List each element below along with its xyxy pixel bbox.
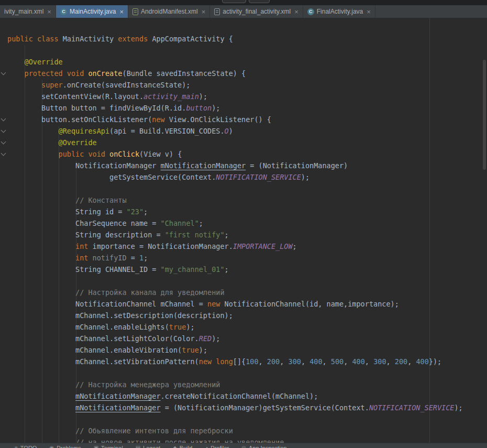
code-token: mChannel.enableLights( [7, 323, 169, 331]
code-token: 300 [289, 357, 301, 366]
code-token: // Настройка канала для уведомлений [7, 288, 225, 297]
build-icon: ◆ [173, 445, 177, 448]
scrollbar-thumb[interactable] [483, 60, 486, 170]
code-line[interactable]: getSystemService(Context.NOTIFICATION_SE… [7, 171, 487, 183]
close-icon[interactable]: × [119, 8, 124, 15]
code-token: activity_main [143, 92, 199, 101]
code-line[interactable]: NotificationChannel mChannel = new Notif… [7, 298, 487, 310]
code-line[interactable]: protected void onCreate(Bundle savedInst… [7, 68, 487, 79]
tab-androidmanifest-xml[interactable]: AndroidManifest.xml× [128, 5, 210, 18]
code-token: mChannel.setDescription(description); [7, 311, 233, 320]
tab-ivity-main-xml[interactable]: ivity_main.xml× [0, 5, 56, 18]
code-line[interactable]: Button button = findViewById(R.id.button… [7, 102, 487, 114]
statusbar-item-label: App Inspection [249, 445, 287, 448]
code-token: "my_channel_01" [161, 265, 225, 274]
code-token: 500 [331, 357, 344, 366]
close-icon[interactable]: × [47, 8, 51, 15]
code-token: = [127, 254, 139, 262]
code-token: , [259, 357, 267, 366]
titlebar-button[interactable] [222, 0, 246, 3]
code-line[interactable] [7, 275, 487, 287]
statusbar-item-app-inspection[interactable]: ◎App Inspection [241, 445, 287, 448]
code-line[interactable]: // Настройка менеджера уведомлений [7, 379, 487, 390]
code-line[interactable]: public void onClick(View v) { [7, 148, 487, 160]
code-token: 400 [416, 357, 428, 366]
close-icon[interactable]: × [367, 8, 371, 15]
code-token [7, 392, 75, 400]
code-line[interactable] [7, 45, 487, 56]
statusbar-item-logcat[interactable]: ▤Logcat [136, 445, 160, 448]
code-line[interactable]: mNotificationManager = (NotificationMana… [7, 402, 487, 413]
code-line[interactable]: setContentView(R.layout.activity_main); [7, 91, 487, 102]
code-line[interactable]: int importance = NotificationManager.IMP… [7, 241, 487, 252]
code-line[interactable]: mChannel.setVibrationPattern(new long[]{… [7, 356, 487, 367]
tab-finalactivity-java[interactable]: CFinalActivity.java× [303, 5, 375, 18]
code-line[interactable]: @Override [7, 137, 487, 148]
code-line[interactable]: super.onCreate(savedInstanceState); [7, 79, 487, 91]
code-line[interactable]: NotificationManager mNotificationManager… [7, 160, 487, 171]
code-token: protected [7, 69, 63, 78]
code-token: , [386, 357, 395, 366]
editor[interactable]: public class MainActivity extends AppCom… [0, 18, 487, 443]
android-studio-window: ivity_main.xml×CMainActivity.java×Androi… [0, 0, 487, 448]
code-line[interactable]: @Override [7, 56, 487, 68]
code-token: true [182, 346, 199, 354]
code-line[interactable]: int notifyID = 1; [7, 252, 487, 264]
code-line[interactable]: mChannel.enableLights(true); [7, 321, 487, 333]
code-line[interactable] [7, 183, 487, 194]
code-token: @Override [7, 138, 97, 147]
code-token: mNotificationManager [75, 403, 161, 412]
code-line[interactable]: public class MainActivity extends AppCom… [7, 33, 487, 45]
code-token: void [88, 150, 105, 158]
code-line[interactable]: @RequiresApi(api = Build.VERSION_CODES.O… [7, 125, 487, 137]
statusbar-item-todo[interactable]: ≡TODO [15, 445, 37, 448]
code-token: (api = Build.VERSION_CODES. [109, 127, 224, 135]
code-line[interactable]: // на новое активити после нажатия на ув… [7, 436, 487, 443]
statusbar-item-build[interactable]: ◆Build [173, 445, 192, 448]
terminal-icon: ▣ [94, 445, 98, 448]
code-token: new [199, 357, 212, 366]
code-line[interactable]: mNotificationManager.createNotificationC… [7, 390, 487, 402]
titlebar-button[interactable] [249, 0, 270, 3]
code-token: // Настройка менеджера уведомлений [7, 380, 220, 389]
code-line[interactable]: // Настройка канала для уведомлений [7, 287, 487, 298]
code-line[interactable]: String description = "first notify"; [7, 229, 487, 241]
code-line[interactable]: String CHANNEL_ID = "my_channel_01"; [7, 264, 487, 275]
xml-file-icon [214, 8, 220, 15]
code-token: mChannel.setVibrationPattern( [7, 357, 199, 366]
code-line[interactable]: mChannel.setDescription(description); [7, 310, 487, 321]
code-area[interactable]: public class MainActivity extends AppCom… [0, 18, 487, 443]
logcat-icon: ▤ [136, 445, 140, 448]
code-token: ); [212, 104, 220, 112]
code-line[interactable]: button.setOnClickListener(new View.OnCli… [7, 114, 487, 125]
titlebar [0, 0, 487, 5]
code-line[interactable]: String id = "23"; [7, 206, 487, 217]
code-token: 200 [267, 357, 280, 366]
statusbar-item-problems[interactable]: ◉Problems [49, 445, 81, 448]
code-token: NotificationManager [7, 161, 161, 170]
editor-scrollbar[interactable] [482, 18, 487, 443]
code-line[interactable]: mChannel.enableVibration(true); [7, 344, 487, 356]
code-token: new [152, 115, 164, 124]
tab-mainactivity-java[interactable]: CMainActivity.java× [56, 5, 128, 18]
code-line[interactable] [7, 413, 487, 425]
app-inspection-icon: ◎ [241, 445, 246, 448]
code-token: []{ [233, 357, 246, 366]
code-line[interactable]: mChannel.setLightColor(Color.RED); [7, 333, 487, 344]
code-line[interactable]: // Обьявление интентов для переброски [7, 425, 487, 436]
statusbar-item-terminal[interactable]: ▣Terminal [94, 445, 123, 448]
tab-activity-final-activity-xml[interactable]: activity_final_activity.xml× [210, 5, 303, 18]
close-icon[interactable]: × [294, 8, 298, 15]
code-token: // Константы [7, 196, 127, 204]
statusbar-item-profiler[interactable]: ◔Profiler [205, 445, 229, 448]
code-token [88, 254, 92, 262]
problems-icon: ◉ [49, 445, 54, 448]
code-token: mNotificationManager [75, 392, 161, 400]
code-line[interactable]: // Константы [7, 194, 487, 206]
code-line[interactable]: CharSequence name = "Channel"; [7, 217, 487, 229]
code-token: int [7, 242, 88, 250]
close-icon[interactable]: × [202, 8, 206, 15]
code-line[interactable] [7, 367, 487, 379]
code-token: ); [454, 403, 462, 412]
code-token [63, 69, 67, 78]
